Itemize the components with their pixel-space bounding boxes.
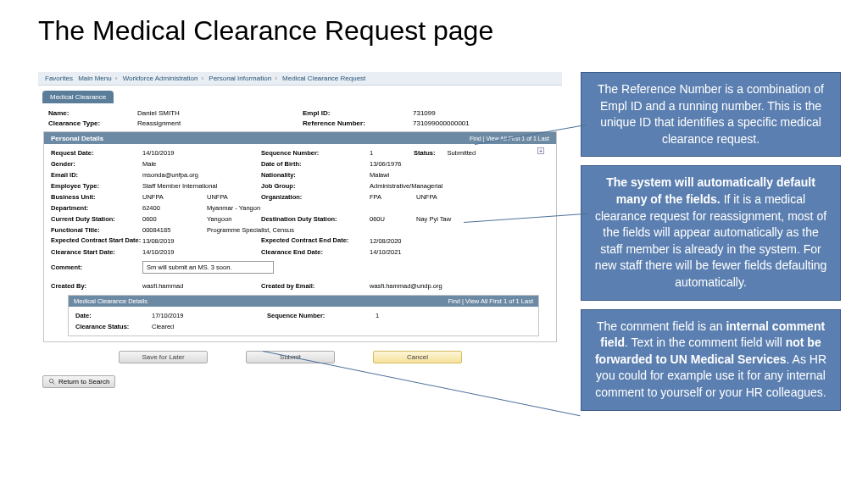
- gender-value: Male: [142, 160, 207, 168]
- clstart-label: Clearance Start Date:: [51, 248, 142, 256]
- bc-l2[interactable]: Personal Information: [207, 75, 273, 82]
- bu-label: Business Unit:: [51, 193, 142, 201]
- callout-defaults-text: If it is a medical clearance request for…: [595, 192, 827, 289]
- mcd-status-label: Clearance Status:: [75, 323, 152, 330]
- slide-title: The Medical Clearance Request page: [0, 0, 868, 47]
- name-value: Daniel SMITH: [137, 109, 303, 117]
- dept-label: Department:: [51, 204, 142, 212]
- email-label: Email ID:: [51, 171, 142, 179]
- bc-l3[interactable]: Medical Clearance Request: [281, 75, 367, 82]
- clstart-value: 14/10/2019: [142, 248, 207, 256]
- mcd-date-label: Date:: [75, 312, 152, 319]
- seq-label: Sequence Number:: [261, 149, 370, 157]
- job-label: Job Group:: [261, 182, 370, 190]
- bu-code: UNFPA: [142, 193, 207, 201]
- job-value: Administrative/Managerial: [370, 182, 549, 190]
- mcd-section: Medical Clearance DetailsFind | View All…: [68, 295, 539, 336]
- comment-label: Comment:: [51, 263, 142, 271]
- cend-label: Expected Contract End Date:: [261, 237, 370, 244]
- nat-value: Malawi: [370, 171, 549, 179]
- func-value: Programme Specialist, Census: [207, 226, 326, 234]
- bu-value: UNFPA: [207, 193, 261, 201]
- comment-field[interactable]: Sm will submit an MS. 3 soon.: [142, 261, 274, 274]
- breadcrumb: Favorites Main Menu› Workforce Administr…: [38, 72, 562, 86]
- createdemail-label: Created by Email:: [261, 282, 370, 290]
- duty-label: Current Duty Station:: [51, 215, 142, 223]
- duty-code: 0600: [142, 215, 207, 223]
- clrtype-value: Reassignment: [137, 119, 303, 127]
- mcd-title: Medical Clearance Details: [74, 297, 147, 305]
- name-label: Name:: [48, 109, 137, 117]
- emplid-value: 731099: [413, 109, 506, 117]
- c3a: The comment field is an: [597, 319, 726, 333]
- search-icon: [48, 378, 56, 385]
- func-code: 00084185: [142, 226, 207, 234]
- mcd-seq-label: Sequence Number:: [267, 312, 376, 319]
- emptype-label: Employee Type:: [51, 182, 142, 190]
- svg-point-0: [49, 379, 53, 383]
- clend-label: Clearance End Date:: [261, 248, 370, 256]
- emplid-label: Empl ID:: [303, 109, 413, 117]
- return-to-search-button[interactable]: Return to Search: [42, 375, 115, 388]
- expand-icon[interactable]: +: [537, 147, 544, 154]
- mcd-pager[interactable]: Find | View All First 1 of 1 Last: [448, 297, 533, 305]
- gender-label: Gender:: [51, 160, 142, 168]
- mcd-date-value: 17/10/2019: [152, 312, 216, 319]
- createdemail-value: wasfi.hammad@undp.org: [370, 282, 549, 290]
- personal-title: Personal Details: [51, 135, 103, 142]
- cancel-button[interactable]: Cancel: [373, 351, 462, 363]
- created-value: wasfi.hammad: [142, 282, 261, 290]
- personal-details-section: Personal Details Find | View All First 1…: [43, 131, 557, 342]
- bc-favorites[interactable]: Favorites: [43, 75, 75, 82]
- bc-l1[interactable]: Workforce Administration: [121, 75, 200, 82]
- reqdate-value: 14/10/2019: [142, 149, 207, 157]
- dob-value: 13/06/1976: [370, 160, 549, 168]
- cend-value: 12/08/2020: [370, 237, 549, 245]
- c3c: . Text in the comment field will: [625, 336, 786, 349]
- ref-value: 731099000000001: [413, 119, 506, 127]
- ref-label: Reference Number:: [303, 119, 413, 127]
- mcd-status-value: Cleared: [152, 323, 216, 330]
- dept-value: Myanmar - Yangon: [207, 204, 309, 212]
- org-value: UNFPA: [416, 193, 549, 201]
- org-label: Organization:: [261, 193, 370, 201]
- org-code: FPA: [370, 193, 416, 201]
- emptype-value: Staff Member International: [142, 182, 261, 190]
- callout-refnum: The Reference Number is a combination of…: [581, 72, 841, 157]
- clrtype-label: Clearance Type:: [48, 119, 137, 127]
- nat-label: Nationality:: [261, 171, 370, 179]
- dest-code: 060U: [370, 215, 416, 223]
- cstart-label: Expected Contract Start Date:: [51, 237, 142, 244]
- callout-comment: The comment field is an internal comment…: [581, 309, 841, 411]
- dob-label: Date of Birth:: [261, 160, 370, 168]
- reqdate-label: Request Date:: [51, 149, 142, 157]
- mcd-seq-value: 1: [376, 312, 531, 319]
- tab-medical-clearance[interactable]: Medical Clearance: [42, 91, 114, 103]
- func-label: Functional Title:: [51, 226, 142, 234]
- duty-value: Yangoon: [207, 215, 261, 223]
- return-label: Return to Search: [58, 378, 109, 385]
- app-screenshot: Favorites Main Menu› Workforce Administr…: [38, 72, 562, 411]
- clend-value: 14/10/2021: [370, 248, 549, 256]
- callout-defaults: The system will automatically default ma…: [581, 165, 841, 300]
- email-value: msonda@unfpa.org: [142, 171, 261, 179]
- created-label: Created By:: [51, 282, 142, 290]
- seq-value: 1: [370, 149, 403, 157]
- dest-label: Destination Duty Station:: [261, 215, 370, 223]
- save-button[interactable]: Save for Later: [119, 351, 208, 363]
- svg-line-1: [53, 382, 54, 384]
- dept-code: 62400: [142, 204, 207, 212]
- dest-value: Nay Pyi Taw: [416, 215, 549, 223]
- status-value: Submitted: [435, 149, 476, 157]
- cstart-value: 13/08/2019: [142, 237, 207, 245]
- bc-main[interactable]: Main Menu: [76, 75, 114, 82]
- status-label: Status:: [403, 149, 435, 157]
